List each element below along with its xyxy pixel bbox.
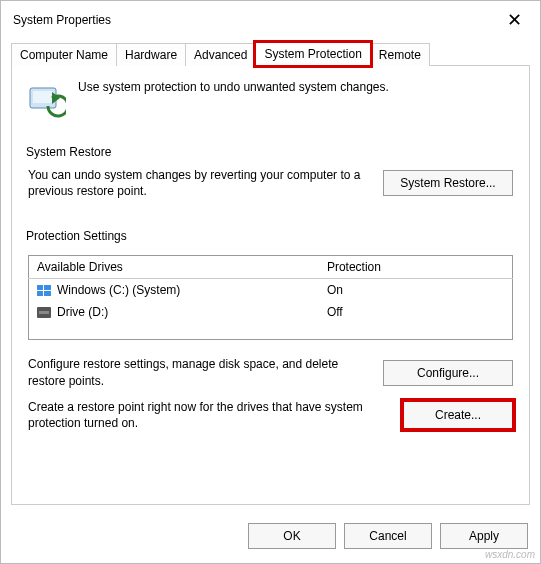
ok-button[interactable]: OK [248,523,336,549]
table-row[interactable]: Drive (D:) Off [29,301,513,340]
drive-name: Windows (C:) (System) [57,283,180,297]
svg-rect-7 [39,311,49,314]
table-row[interactable]: Windows (C:) (System) On [29,279,513,302]
tab-system-protection[interactable]: System Protection [255,42,370,66]
dialog-buttons: OK Cancel Apply [1,515,540,563]
configure-button[interactable]: Configure... [383,360,513,386]
window-title: System Properties [13,13,111,27]
col-available-drives: Available Drives [29,256,319,279]
intro-section: Use system protection to undo unwanted s… [26,80,515,123]
group-label: Protection Settings [26,229,133,243]
protection-settings-group: Protection Settings Available Drives Pro… [26,229,515,443]
system-restore-group: System Restore You can undo system chang… [26,145,515,211]
system-protection-icon [26,80,66,123]
drives-table: Available Drives Protection Windows (C:)… [28,255,513,340]
tab-computer-name[interactable]: Computer Name [11,43,117,66]
svg-rect-5 [43,285,44,296]
tabstrip: Computer Name Hardware Advanced System P… [1,41,540,65]
create-button[interactable]: Create... [403,401,513,429]
titlebar: System Properties ✕ [1,1,540,35]
drive-name: Drive (D:) [57,305,108,319]
tab-advanced[interactable]: Advanced [185,43,256,66]
close-icon[interactable]: ✕ [500,9,528,31]
create-description: Create a restore point right now for the… [28,399,385,431]
hdd-drive-icon [37,307,51,318]
system-properties-dialog: System Properties ✕ Computer Name Hardwa… [0,0,541,564]
intro-text: Use system protection to undo unwanted s… [78,80,389,94]
tab-hardware[interactable]: Hardware [116,43,186,66]
tab-remote[interactable]: Remote [370,43,430,66]
windows-drive-icon [37,285,51,296]
system-restore-button[interactable]: System Restore... [383,170,513,196]
apply-button[interactable]: Apply [440,523,528,549]
cancel-button[interactable]: Cancel [344,523,432,549]
drive-protection: Off [319,301,513,340]
col-protection: Protection [319,256,513,279]
tab-panel-system-protection: Use system protection to undo unwanted s… [11,65,530,505]
group-label: System Restore [26,145,117,159]
svg-rect-1 [33,91,53,103]
configure-description: Configure restore settings, manage disk … [28,356,365,388]
restore-description: You can undo system changes by reverting… [28,167,365,199]
drive-protection: On [319,279,513,302]
